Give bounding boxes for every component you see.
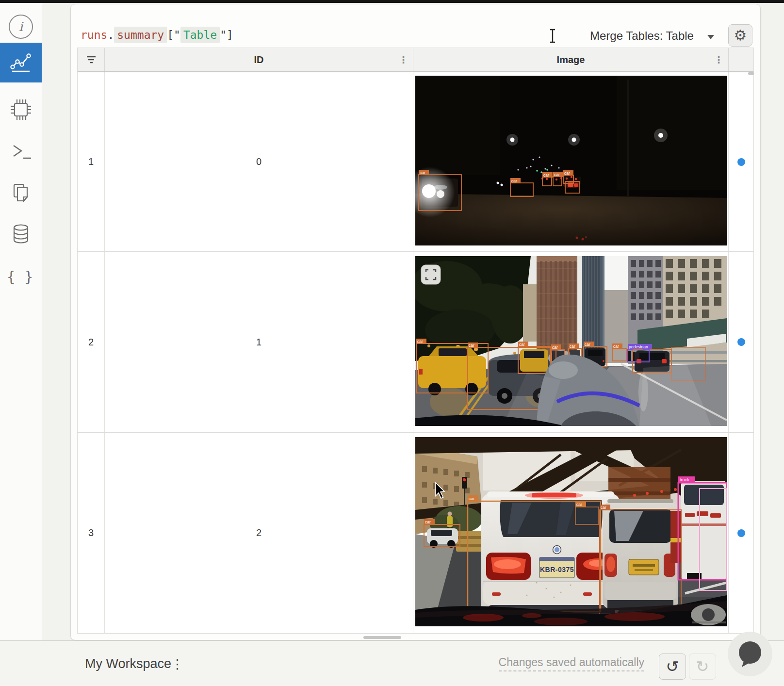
expr-token-close-bracket: "]	[220, 29, 233, 41]
chat-bubble-icon	[728, 632, 772, 676]
curly-braces-icon: { }	[6, 268, 35, 285]
undo-button[interactable]: ↺	[659, 653, 686, 680]
header-spacer-cell	[729, 48, 753, 71]
sidebar-item-info[interactable]: i	[0, 13, 42, 40]
table-settings-button[interactable]: ⚙	[728, 24, 752, 47]
browser-top-strip	[0, 0, 784, 3]
image-cell[interactable]: KBR-0375	[413, 433, 729, 633]
table-row: 3 2	[78, 433, 753, 633]
bbox-label-car: car	[420, 170, 425, 175]
bbox-label-truck: truck	[680, 477, 689, 482]
vertical-scrollbar-thumb[interactable]	[748, 72, 754, 75]
info-icon: i	[9, 15, 33, 39]
id-cell: 0	[105, 72, 413, 251]
night-highway-image[interactable]: car car car car car	[415, 76, 727, 248]
merge-tables-dropdown[interactable]: Merge Tables: Table	[590, 28, 694, 44]
run-color-dot[interactable]	[737, 158, 745, 166]
bbox-label-car: car	[417, 339, 423, 344]
row-indicator-cell	[729, 72, 753, 251]
autosave-status-text: Changes saved automatically	[499, 656, 644, 671]
terminal-icon	[10, 143, 32, 161]
left-sidebar: i	[0, 3, 42, 640]
expr-token-table-string: Table	[180, 27, 220, 43]
bbox-label-car: car	[469, 343, 474, 348]
header-id-label: ID	[254, 54, 264, 65]
merge-tables-label: Merge Tables: Table	[590, 29, 694, 43]
id-cell: 2	[105, 433, 413, 633]
row-number-cell: 3	[78, 433, 105, 633]
bbox-label-pedestrian: pedestrian	[629, 344, 648, 349]
row-number-cell: 2	[78, 252, 105, 432]
header-image-label: Image	[557, 54, 585, 65]
bbox-label-car: car	[554, 172, 560, 177]
id-cell: 1	[105, 252, 413, 432]
help-chat-button[interactable]	[728, 632, 772, 676]
id-value: 1	[256, 337, 261, 348]
expr-token-open-bracket: ["	[167, 29, 180, 41]
bbox-label-car: car	[552, 345, 558, 350]
database-icon	[10, 223, 32, 245]
table-panel: runs.summary["Table"] Merge Tables: Tabl…	[70, 4, 761, 640]
copy-pages-icon	[10, 181, 32, 204]
bbox-label-car: car	[585, 342, 590, 347]
runs-summary-table: ID ⋮ Image ⋮ 1 0	[77, 48, 754, 634]
sidebar-item-system[interactable]	[0, 96, 42, 123]
undo-icon: ↺	[666, 657, 679, 676]
license-plate-text: KBR-0375	[539, 566, 573, 573]
bbox-label-car: car	[570, 344, 575, 349]
sidebar-item-files[interactable]	[0, 179, 42, 206]
row-number: 1	[88, 156, 94, 167]
id-value: 2	[256, 527, 261, 539]
sidebar-item-artifacts[interactable]	[0, 220, 42, 247]
expr-token-summary: summary	[114, 27, 167, 43]
bbox-label-car: car	[519, 342, 525, 347]
run-color-dot[interactable]	[737, 529, 745, 537]
chevron-down-icon[interactable]	[707, 35, 714, 39]
bbox-label-car: car	[469, 496, 475, 501]
row-indicator-cell	[729, 433, 753, 633]
cpu-chip-icon	[9, 98, 33, 122]
autosave-status: Changes saved automatically	[499, 641, 644, 686]
horizontal-scrollbar-thumb[interactable]	[363, 636, 401, 639]
expr-token-dot: .	[107, 29, 114, 41]
header-id-column[interactable]: ID ⋮	[105, 48, 413, 71]
bbox-label-car: car	[543, 173, 549, 178]
table-header-row: ID ⋮ Image ⋮	[78, 48, 753, 72]
row-number: 2	[88, 337, 94, 348]
panel-expression[interactable]: runs.summary["Table"]	[81, 26, 233, 44]
row-indicator-cell	[729, 252, 753, 432]
workspace-menu-icon[interactable]: ⋮	[171, 641, 184, 686]
text-ibeam-cursor-icon	[549, 29, 556, 43]
bbox-label-car: car	[601, 505, 606, 510]
bbox-label-car: car	[564, 171, 570, 176]
line-chart-icon	[10, 52, 32, 73]
city-street-image[interactable]: car car car car car car car car pedestri…	[415, 256, 727, 428]
expand-image-icon[interactable]	[421, 265, 441, 284]
redo-button[interactable]: ↻	[689, 653, 716, 680]
id-value: 0	[256, 156, 261, 167]
workspace-title[interactable]: My Workspace	[85, 641, 171, 686]
id-column-menu-icon[interactable]: ⋮	[399, 55, 408, 65]
bridge-traffic-image[interactable]: KBR-0375	[415, 437, 727, 629]
row-number-cell: 1	[78, 72, 105, 251]
expr-token-runs: runs	[81, 29, 107, 41]
footer-bar: My Workspace ⋮ Changes saved automatical…	[0, 640, 784, 686]
header-filter-cell[interactable]	[78, 48, 105, 71]
filter-icon	[86, 56, 96, 64]
run-color-dot[interactable]	[737, 338, 745, 346]
table-row: 2 1	[78, 252, 753, 433]
bbox-label-car: car	[576, 502, 582, 507]
bbox-label-car: car	[613, 344, 619, 349]
sidebar-item-terminal[interactable]	[0, 138, 42, 165]
redo-icon: ↻	[696, 657, 709, 676]
table-row: 1 0	[78, 72, 753, 252]
sidebar-item-panels[interactable]	[0, 43, 42, 82]
header-image-column[interactable]: Image ⋮	[413, 48, 729, 71]
bbox-label-car: car	[425, 520, 431, 524]
gear-icon: ⚙	[734, 28, 747, 43]
image-cell[interactable]: car car car car car car car car pedestri…	[413, 252, 729, 432]
row-number: 3	[88, 527, 94, 539]
sidebar-item-raw-config[interactable]: { }	[0, 262, 42, 290]
image-column-menu-icon[interactable]: ⋮	[714, 55, 723, 65]
image-cell[interactable]: car car car car car	[413, 72, 729, 251]
